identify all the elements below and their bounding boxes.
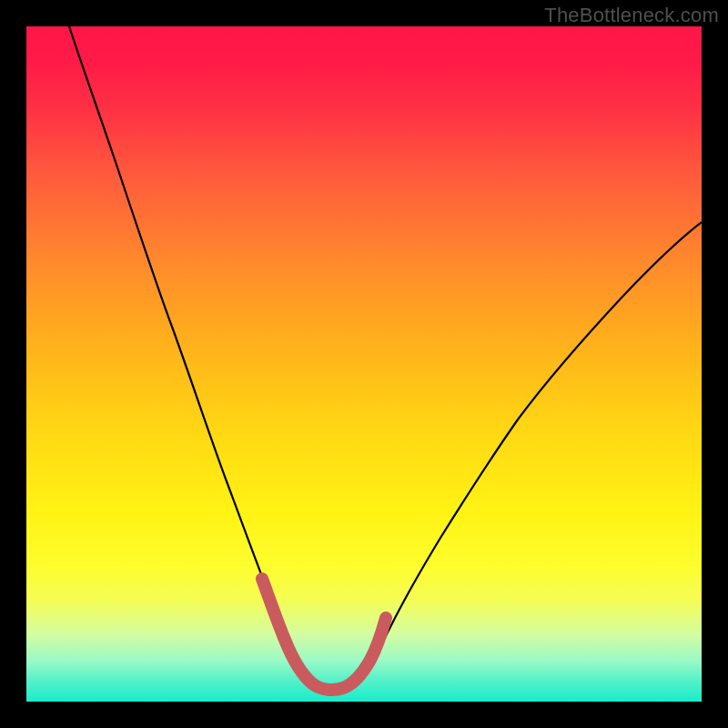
watermark-label: TheBottleneck.com [544, 4, 719, 27]
optimal-zone-highlight [262, 579, 386, 690]
plot-area [26, 26, 702, 702]
bottleneck-curve [69, 26, 702, 691]
chart-frame: TheBottleneck.com [0, 0, 728, 728]
curve-layer [26, 26, 702, 702]
